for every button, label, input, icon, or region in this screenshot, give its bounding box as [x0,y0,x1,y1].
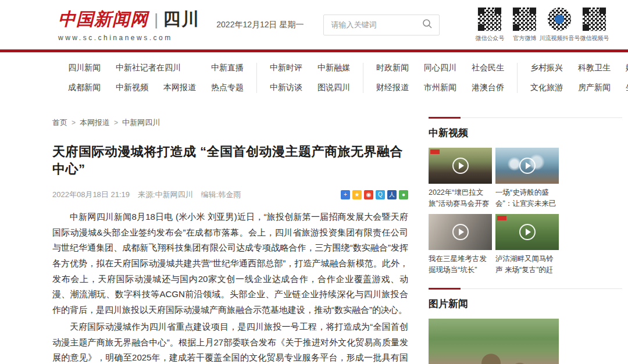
article-paragraph: 中新网四川新闻8月18日电 (米小米 刘亚男)近日，“旅投创新第一届招商发展大会… [52,209,408,318]
search-icon [422,18,433,31]
breadcrumb-home[interactable]: 首页 [52,117,67,128]
site-header: 中国新闻网 | 四川 www.sc.chinanews.com 2022年12月… [0,0,628,49]
nav-finance[interactable]: 财经报道 [376,83,409,93]
nav-rural-revitalization[interactable]: 乡村振兴 [530,63,563,73]
video-news-section: 中新视频 2022年“壤巴拉文旅”活动赛马会开赛 一场“史诗般的盛会”：让宜宾未… [429,117,622,276]
nav-converged-media[interactable]: 中新融媒 [317,63,350,73]
play-icon [452,224,469,240]
video-section-title: 中新视频 [429,126,622,140]
video-caption: 我在三星堆考古发掘现场当“坑长” [429,254,492,276]
nav-interviews[interactable]: 中新访谈 [270,83,302,93]
video-item[interactable]: 我在三星堆考古发掘现场当“坑长” [429,214,492,276]
qzone-icon[interactable]: ★ [352,190,362,199]
nav-site-reports[interactable]: 本网报道 [163,83,196,93]
site-url: www.sc.chinanews.com [58,34,200,42]
breadcrumb-cns-sichuan[interactable]: 中新网四川 [122,117,160,128]
qr-douyin: 川流视频抖音号 [545,7,573,42]
article-column: 首页 > 本网报道 > 中新网四川 天府国际动漫城将打造成 “全国首创动漫主题产… [52,117,408,364]
qr-code-row: 微信公众号 官方微博 川流视频抖音号 微信视频号 [476,7,608,42]
article-editor: 编辑:韩金雨 [201,190,241,200]
nav-entertainment-sports[interactable]: 娱乐体育 [626,63,628,73]
share-buttons: + ★ ◉ Q 人 ● [341,190,408,199]
nav-live[interactable]: 中新直播 [211,63,244,73]
nav-real-estate[interactable]: 房产新闻 [578,83,611,93]
renren-icon[interactable]: 人 [387,190,397,199]
search-input[interactable] [331,20,420,29]
play-icon [519,158,536,174]
video-thumbnail [495,148,559,184]
article-meta: 2022年08月18日 21:19 来源:中新网四川 编辑:韩金雨 + ★ ◉ … [52,190,408,200]
nav-hot-topics[interactable]: 热点专题 [211,83,244,93]
nav-group-4: 乡村振兴 科教卫生 娱乐体育 文化旅游 房产新闻 生活服务 [517,63,628,93]
qr-code-image [582,7,606,31]
wechat-icon[interactable]: ● [399,190,408,199]
qr-label: 微信公众号 [475,34,504,42]
nav-group-1: 四川新闻 中新社记者在四川 中新直播 成都新闻 中新视频 本网报道 热点专题 [68,63,256,93]
channel-badge [430,149,440,154]
sidebar: 中新视频 2022年“壤巴拉文旅”活动赛马会开赛 一场“史诗般的盛会”：让宜宾未… [429,117,622,364]
nav-city-news[interactable]: 市州新闻 [424,83,456,93]
breadcrumb-site-reports[interactable]: 本网报道 [80,117,110,128]
article-paragraph: 天府国际动漫城作为四川省重点建设项目，是四川旅投一号工程，将打造成为“全国首创动… [52,319,408,364]
article-source: 来源:中新网四川 [138,190,193,200]
share-more-icon[interactable]: + [341,190,350,199]
qr-code-image [512,7,537,31]
video-item[interactable]: 一场“史诗般的盛会”：让宜宾未来已来 [495,148,559,209]
qr-label: 川流视频抖音号 [539,34,580,42]
video-caption: 2022年“壤巴拉文旅”活动赛马会开赛 [429,187,492,209]
qr-label: 微信视频号 [580,34,609,42]
nav-life-services[interactable]: 生活服务 [626,83,628,93]
logo-text-main: 中国新闻网 [58,8,148,31]
qr-code-image [477,7,502,31]
video-caption: 泸沽湖畔又闻马铃声 来场“复古”的赶马之行 [495,254,559,276]
article-date: 2022年08月18日 21:19 [52,190,130,200]
photo-section-title: 图片新闻 [429,297,622,311]
site-logo[interactable]: 中国新闻网 | 四川 www.sc.chinanews.com [58,8,200,42]
video-thumbnail [429,148,492,184]
logo-separator: | [154,10,158,29]
video-item[interactable]: 泸沽湖畔又闻马铃声 来场“复古”的赶马之行 [495,214,559,276]
nav-sichuan-news[interactable]: 四川新闻 [68,63,101,73]
video-item[interactable]: 2022年“壤巴拉文旅”活动赛马会开赛 [429,148,492,209]
nav-science-education[interactable]: 科教卫生 [578,63,611,73]
main-navigation: 四川新闻 中新社记者在四川 中新直播 成都新闻 中新视频 本网报道 热点专题 中… [0,52,628,101]
play-icon [452,158,469,174]
nav-group-3: 时政新闻 同心四川 社会民生 财经报道 市州新闻 港澳台侨 [363,63,517,93]
photo-news-image[interactable] [429,319,559,364]
logo-text-region: 四川 [163,8,200,31]
qr-label: 官方微博 [513,34,536,42]
nav-video[interactable]: 中新视频 [116,83,148,93]
nav-culture-tourism[interactable]: 文化旅游 [530,83,563,93]
nav-photo-sichuan[interactable]: 图说四川 [317,83,350,93]
qr-weibo-official: 官方微博 [511,7,538,42]
article-body: 中新网四川新闻8月18日电 (米小米 刘亚男)近日，“旅投创新第一届招商发展大会… [52,209,408,364]
breadcrumb-separator: > [72,119,76,127]
video-thumbnail [495,214,559,250]
main-area: 首页 > 本网报道 > 中新网四川 天府国际动漫城将打造成 “全国首创动漫主题产… [0,117,628,364]
breadcrumb-separator: > [114,119,118,127]
qr-wechat-official: 微信公众号 [476,7,504,42]
play-icon [519,224,536,240]
nav-commentary[interactable]: 中新时评 [270,63,302,73]
video-thumbnail [429,214,492,250]
nav-united-front[interactable]: 同心四川 [424,63,456,73]
video-grid: 2022年“壤巴拉文旅”活动赛马会开赛 一场“史诗般的盛会”：让宜宾未来已来 我… [429,148,622,276]
qr-code-image [547,7,572,31]
qr-wechat-channels: 微信视频号 [580,7,608,42]
current-date: 2022年12月12日 星期一 [216,20,304,30]
weibo-icon[interactable]: ◉ [364,190,373,199]
search-box [323,15,440,35]
nav-group-2: 中新时评 中新融媒 中新访谈 图说四川 [256,63,363,93]
nav-chengdu-news[interactable]: 成都新闻 [68,83,101,93]
photo-news-section: 图片新闻 [429,288,622,364]
article-title: 天府国际动漫城将打造成 “全国首创动漫主题产商旅无界融合中心” [52,143,408,178]
nav-politics[interactable]: 时政新闻 [376,63,409,73]
channel-badge [497,216,506,220]
tencent-weibo-icon[interactable]: Q [376,190,385,199]
breadcrumb: 首页 > 本网报道 > 中新网四川 [52,117,408,128]
video-caption: 一场“史诗般的盛会”：让宜宾未来已来 [495,187,559,209]
nav-hk-macao-taiwan[interactable]: 港澳台侨 [472,83,504,93]
search-button[interactable] [420,18,434,32]
nav-cns-reporters[interactable]: 中新社记者在四川 [116,63,196,73]
nav-society[interactable]: 社会民生 [472,63,504,73]
